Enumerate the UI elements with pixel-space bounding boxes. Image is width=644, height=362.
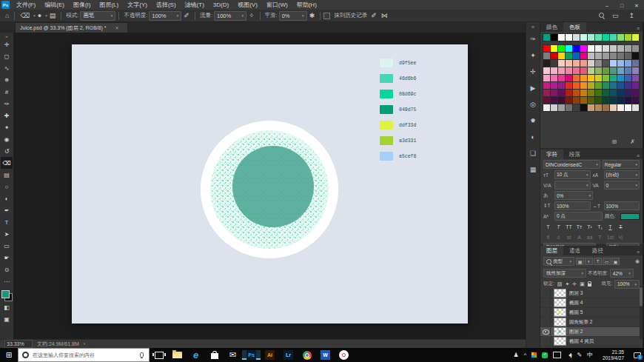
swatch[interactable]: [625, 90, 631, 96]
swatch[interactable]: [632, 67, 639, 74]
close-button[interactable]: ✕: [629, 0, 644, 10]
brush-panel-toggle-icon[interactable]: ▤: [47, 12, 58, 19]
swatch[interactable]: [610, 82, 617, 89]
swatch[interactable]: [610, 67, 617, 74]
layer-row[interactable]: 圆角矩形 2: [540, 318, 643, 327]
vertical-scale-field[interactable]: 100%: [554, 201, 591, 210]
tray-defender[interactable]: [542, 352, 548, 358]
layer-row[interactable]: 椭圆 5: [540, 308, 643, 318]
all-caps[interactable]: TT: [564, 223, 574, 231]
subscript[interactable]: T₁: [595, 223, 605, 231]
swatch[interactable]: [566, 75, 572, 81]
layer-row[interactable]: 图层 2: [540, 327, 643, 337]
swatch[interactable]: [632, 104, 639, 111]
brush-size-icon[interactable]: ●: [36, 12, 44, 19]
swatch[interactable]: [580, 34, 587, 41]
swatch[interactable]: [551, 34, 557, 41]
dock-icon-adjustments[interactable]: ◐: [526, 129, 540, 145]
layer-thumbnail[interactable]: [554, 308, 566, 317]
layer-visibility-toggle[interactable]: [542, 289, 551, 297]
swatch[interactable]: [595, 67, 602, 74]
swatch[interactable]: [588, 34, 594, 41]
lock-artboard[interactable]: ▣: [579, 281, 586, 287]
swatch[interactable]: [558, 67, 565, 74]
tool-lasso[interactable]: ∿: [1, 62, 13, 74]
swatch[interactable]: [588, 90, 594, 96]
swatch[interactable]: [617, 53, 624, 59]
swatch[interactable]: [617, 97, 624, 104]
swatch[interactable]: [625, 34, 631, 41]
tool-zoom[interactable]: ⊙: [1, 264, 13, 275]
tool-clone-stamp[interactable]: ◉: [1, 133, 13, 145]
lock-paint[interactable]: ✦: [564, 281, 570, 287]
layer-name[interactable]: 椭圆 4 拷贝: [569, 338, 594, 345]
swatch[interactable]: [595, 82, 602, 89]
swatch[interactable]: [588, 45, 594, 52]
menu-item[interactable]: 窗口(W): [262, 0, 292, 10]
swatch[interactable]: [580, 104, 587, 111]
lock-all[interactable]: [587, 281, 592, 286]
tool-pen[interactable]: ✒: [1, 204, 13, 216]
tool-eraser[interactable]: ⌫: [1, 157, 13, 169]
swatch[interactable]: [566, 34, 572, 41]
tool-more[interactable]: ⋯: [1, 275, 13, 287]
menu-item[interactable]: 文字(Y): [123, 0, 152, 10]
layer-visibility-toggle[interactable]: [542, 328, 551, 335]
symmetry-icon[interactable]: ⋈: [379, 12, 390, 19]
swatch[interactable]: [580, 90, 587, 96]
swatch[interactable]: [610, 97, 617, 104]
tool-eyedropper[interactable]: ✑: [1, 98, 13, 110]
swatch[interactable]: [551, 82, 557, 89]
swatch[interactable]: [625, 60, 631, 67]
foreground-color-swatch[interactable]: [1, 290, 10, 298]
swatch[interactable]: [595, 34, 602, 41]
swatch[interactable]: [625, 53, 631, 59]
scrollbar-thumb[interactable]: [640, 287, 643, 306]
layer-name[interactable]: 圆角矩形 2: [569, 319, 592, 326]
swatch[interactable]: [551, 53, 557, 59]
swatch[interactable]: [566, 45, 572, 52]
superscript[interactable]: T¹: [585, 223, 594, 231]
swatch[interactable]: [595, 90, 602, 96]
swatch[interactable]: [566, 90, 572, 96]
swatch[interactable]: [543, 82, 550, 89]
kerning-field[interactable]: ▾: [554, 181, 591, 190]
swatch[interactable]: [543, 75, 550, 81]
swatch[interactable]: [603, 45, 609, 52]
ligatures[interactable]: fi: [543, 233, 553, 241]
swatch[interactable]: [617, 60, 624, 67]
erase-history-option[interactable]: 抹到历史记录: [323, 12, 369, 19]
expand-panels-icon[interactable]: «: [526, 22, 540, 31]
tool-history-brush[interactable]: ↺: [1, 145, 13, 157]
swatch[interactable]: [566, 60, 572, 67]
swatch[interactable]: [603, 67, 609, 74]
contextual-alt[interactable]: aa: [585, 233, 594, 241]
swatch[interactable]: [573, 90, 580, 96]
panel-menu-icon[interactable]: ≡: [632, 249, 643, 255]
slashed-zero[interactable]: ½: [616, 233, 625, 241]
faux-bold[interactable]: T: [543, 223, 553, 231]
swatch[interactable]: [610, 60, 617, 67]
swatch[interactable]: [543, 97, 550, 104]
layer-thumbnail[interactable]: [554, 298, 566, 307]
layer-row[interactable]: 图层 3: [540, 289, 643, 298]
panel-menu-icon[interactable]: ≡: [632, 25, 643, 32]
menu-item[interactable]: 图层(L): [95, 0, 123, 10]
zoom-level-field[interactable]: [4, 340, 33, 348]
taskbar-app-task-view[interactable]: [150, 352, 168, 359]
lock-transparent[interactable]: ▨: [557, 281, 563, 287]
swatch[interactable]: [603, 75, 609, 81]
document-tab[interactable]: Juice.psd @ 33.3% (图层 2, RGB/8) * ✕: [15, 22, 128, 33]
font-style-select[interactable]: Regular▾: [603, 160, 640, 169]
swatch[interactable]: [603, 53, 609, 59]
swatch[interactable]: [595, 60, 602, 67]
swatch[interactable]: [603, 104, 609, 111]
taskbar-search[interactable]: 在这里输入你要搜索的内容: [18, 348, 150, 362]
panel-menu-icon[interactable]: ≡: [632, 152, 643, 159]
layer-thumbnail[interactable]: [554, 327, 566, 336]
horizontal-scale-field[interactable]: 100%: [604, 201, 640, 210]
layers-scrollbar[interactable]: [640, 286, 643, 339]
swatch[interactable]: [595, 104, 602, 111]
swatch[interactable]: [543, 67, 550, 74]
panel-tab[interactable]: 路径: [586, 246, 609, 255]
